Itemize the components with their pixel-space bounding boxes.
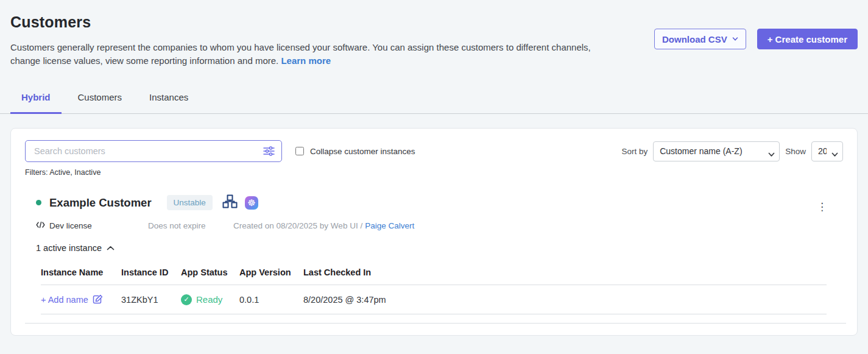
app-version-cell: 0.0.1 [239, 295, 303, 305]
page-header: Customers Customers generally represent … [0, 0, 868, 68]
license-row: Dev license Does not expire Created on 0… [36, 221, 843, 230]
created-by-link[interactable]: Paige Calvert [365, 221, 414, 230]
last-checked-in-cell: 8/20/2025 @ 3:47pm [303, 295, 827, 305]
app-status-cell: ✓ Ready [181, 294, 239, 305]
customers-card: Collapse customer instances Sort by Cust… [10, 128, 858, 336]
license-type-label: Dev license [49, 221, 92, 230]
kubernetes-icon: ☸ [245, 196, 258, 210]
tab-customers[interactable]: Customers [67, 86, 133, 114]
customer-row: Example Customer Unstable ☸ ⋮ [25, 193, 843, 314]
search-input[interactable] [34, 146, 262, 156]
active-filters-note: Filters: Active, Inactive [25, 168, 843, 177]
sort-by-label: Sort by [621, 147, 647, 156]
kebab-menu-icon[interactable]: ⋮ [817, 202, 827, 212]
col-last-checked-in: Last Checked In [303, 267, 827, 277]
chevron-down-icon [732, 36, 738, 42]
channel-badge: Unstable [167, 195, 213, 210]
tab-bar: Hybrid Customers Instances [0, 86, 868, 114]
filter-sliders-icon[interactable] [262, 144, 275, 158]
active-status-dot [36, 200, 41, 205]
check-circle-icon: ✓ [181, 294, 192, 305]
sort-by-select[interactable]: Customer name (A-Z) [653, 141, 780, 161]
license-expiry: Does not expire [148, 221, 233, 230]
page-title: Customers [10, 13, 598, 31]
col-app-status: App Status [181, 267, 239, 277]
code-license-icon [36, 221, 45, 230]
learn-more-link[interactable]: Learn more [281, 55, 331, 66]
hierarchy-sitemap-icon [222, 194, 238, 211]
collapse-instances-control: Collapse customer instances [295, 147, 415, 156]
page-description: Customers generally represent the compan… [10, 41, 598, 68]
add-name-link[interactable]: + Add name [41, 294, 121, 305]
chevron-up-icon [107, 243, 115, 253]
instance-id-cell: 31ZKbY1 [121, 295, 181, 305]
header-actions: Download CSV + Create customer [654, 29, 858, 68]
instances-summary-label: 1 active instance [36, 243, 102, 253]
col-instance-name: Instance Name [41, 267, 121, 277]
customer-name[interactable]: Example Customer [49, 196, 152, 210]
col-instance-id: Instance ID [121, 267, 181, 277]
collapse-instances-checkbox[interactable] [295, 147, 304, 155]
toolbar-right: Sort by Customer name (A-Z) Show 20 [621, 141, 843, 161]
show-label: Show [785, 147, 806, 156]
instances-table: Instance Name Instance ID App Status App… [41, 263, 827, 314]
collapse-instances-label: Collapse customer instances [310, 147, 415, 156]
col-app-version: App Version [239, 267, 303, 277]
create-customer-button[interactable]: + Create customer [757, 29, 858, 49]
created-info: Created on 08/20/2025 by Web UI /Paige C… [233, 221, 414, 230]
instance-row: + Add name 31ZKbY1 ✓ Ready 0.0.1 8/20/20… [41, 285, 827, 314]
search-box [25, 140, 282, 162]
download-csv-button[interactable]: Download CSV [654, 29, 746, 49]
tab-instances[interactable]: Instances [138, 86, 199, 114]
instances-collapse-toggle[interactable]: 1 active instance [36, 243, 115, 253]
edit-pencil-icon[interactable] [93, 294, 103, 305]
tab-hybrid[interactable]: Hybrid [10, 86, 62, 114]
customer-section-divider [25, 323, 846, 324]
show-count-select[interactable]: 20 [811, 141, 843, 161]
toolbar: Collapse customer instances Sort by Cust… [25, 140, 843, 162]
instances-table-header: Instance Name Instance ID App Status App… [41, 263, 827, 285]
